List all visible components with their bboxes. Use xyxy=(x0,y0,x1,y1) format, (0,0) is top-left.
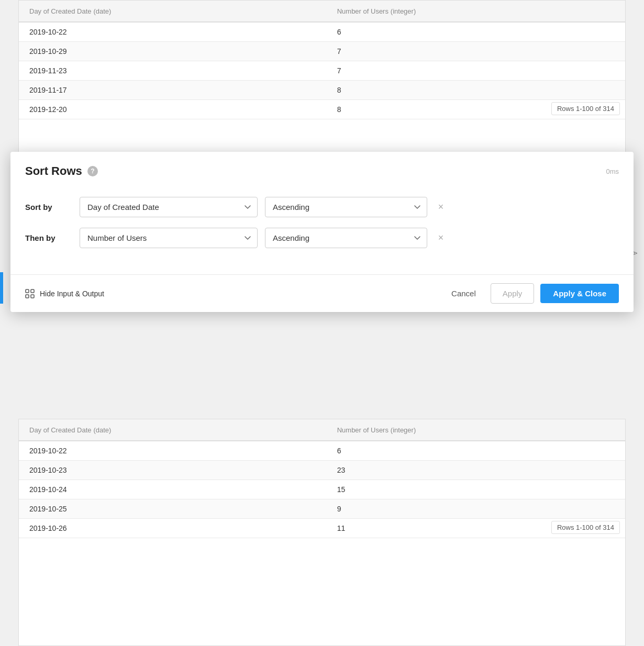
sidebar-blue-accent xyxy=(0,272,3,304)
top-table-col1-header: Day of Created Date (date) xyxy=(19,1,327,22)
then-by-label: Then by xyxy=(25,233,72,242)
bottom-table: Day of Created Date (date) Number of Use… xyxy=(18,419,626,646)
apply-button[interactable]: Apply xyxy=(491,283,535,304)
col1-header-text: Day of Created Date xyxy=(29,7,92,15)
sort-by-row: Sort by Day of Created Date Number of Us… xyxy=(25,197,619,217)
svg-rect-2 xyxy=(26,295,29,298)
then-by-field-select[interactable]: Day of Created Date Number of Users xyxy=(80,228,258,248)
table-row: 2019-12-208 xyxy=(19,100,625,119)
footer-right: Cancel Apply Apply & Close xyxy=(443,283,619,304)
then-by-row: Then by Day of Created Date Number of Us… xyxy=(25,228,619,248)
date-cell: 2019-10-23 xyxy=(19,461,327,480)
modal-timing: 0ms xyxy=(606,168,619,175)
svg-rect-3 xyxy=(31,295,34,298)
footer-left: Hide Input & Output xyxy=(25,289,104,298)
bottom-table-col2-header: Number of Users (integer) xyxy=(327,419,625,441)
bottom-rows-indicator: Rows 1-100 of 314 xyxy=(551,521,620,534)
modal-header: Sort Rows ? 0ms xyxy=(10,152,634,186)
sort-by-remove-button[interactable]: × xyxy=(435,201,447,214)
users-cell: 7 xyxy=(327,61,625,81)
col1-type-text: (date) xyxy=(93,7,111,15)
sort-by-label: Sort by xyxy=(25,203,72,211)
date-cell: 2019-10-22 xyxy=(19,441,327,461)
cancel-button[interactable]: Cancel xyxy=(443,285,484,302)
users-cell: 7 xyxy=(327,42,625,61)
svg-rect-1 xyxy=(31,289,34,293)
table-row: 2019-10-226 xyxy=(19,441,625,461)
help-icon[interactable]: ? xyxy=(87,166,98,176)
then-by-order-select[interactable]: Ascending Descending xyxy=(265,228,427,248)
hide-input-output-label[interactable]: Hide Input & Output xyxy=(40,289,104,298)
sort-by-field-select[interactable]: Day of Created Date Number of Users xyxy=(80,197,258,217)
users-cell: 9 xyxy=(327,499,625,519)
users-cell: 8 xyxy=(327,81,625,100)
date-cell: 2019-12-20 xyxy=(19,100,327,119)
apply-close-button[interactable]: Apply & Close xyxy=(540,284,619,303)
grid-icon xyxy=(25,289,35,298)
top-rows-indicator: Rows 1-100 of 314 xyxy=(551,102,620,115)
modal-body: Sort by Day of Created Date Number of Us… xyxy=(10,186,634,274)
date-cell: 2019-10-22 xyxy=(19,22,327,42)
sort-rows-modal: Sort Rows ? 0ms Sort by Day of Created D… xyxy=(10,152,634,312)
table-row: 2019-10-259 xyxy=(19,499,625,519)
bottom-col2-type-text: (integer) xyxy=(391,426,416,434)
bottom-table-col1-header: Day of Created Date (date) xyxy=(19,419,327,441)
table-row: 2019-11-237 xyxy=(19,61,625,81)
date-cell: 2019-11-23 xyxy=(19,61,327,81)
users-cell: 6 xyxy=(327,22,625,42)
table-row: 2019-10-2415 xyxy=(19,480,625,499)
date-cell: 2019-11-17 xyxy=(19,81,327,100)
modal-title: Sort Rows xyxy=(25,164,82,178)
top-table-col2-header: Number of Users (integer) xyxy=(327,1,625,22)
table-row: 2019-10-2611 xyxy=(19,519,625,538)
modal-footer: Hide Input & Output Cancel Apply Apply &… xyxy=(10,274,634,312)
date-cell: 2019-10-29 xyxy=(19,42,327,61)
table-row: 2019-11-178 xyxy=(19,81,625,100)
bottom-col1-type-text: (date) xyxy=(93,426,111,434)
modal-title-group: Sort Rows ? xyxy=(25,164,98,178)
bottom-col2-header-text: Number of Users xyxy=(337,426,388,434)
bottom-col1-header-text: Day of Created Date xyxy=(29,426,92,434)
top-table: Day of Created Date (date) Number of Use… xyxy=(18,0,626,168)
table-row: 2019-10-297 xyxy=(19,42,625,61)
svg-rect-0 xyxy=(26,289,29,293)
sort-by-order-select[interactable]: Ascending Descending xyxy=(265,197,427,217)
col2-header-text: Number of Users xyxy=(337,7,388,15)
date-cell: 2019-10-24 xyxy=(19,480,327,499)
table-row: 2019-10-2323 xyxy=(19,461,625,480)
users-cell: 6 xyxy=(327,441,625,461)
date-cell: 2019-10-26 xyxy=(19,519,327,538)
table-row: 2019-10-226 xyxy=(19,22,625,42)
users-cell: 23 xyxy=(327,461,625,480)
then-by-remove-button[interactable]: × xyxy=(435,232,447,244)
col2-type-text: (integer) xyxy=(391,7,416,15)
users-cell: 15 xyxy=(327,480,625,499)
date-cell: 2019-10-25 xyxy=(19,499,327,519)
